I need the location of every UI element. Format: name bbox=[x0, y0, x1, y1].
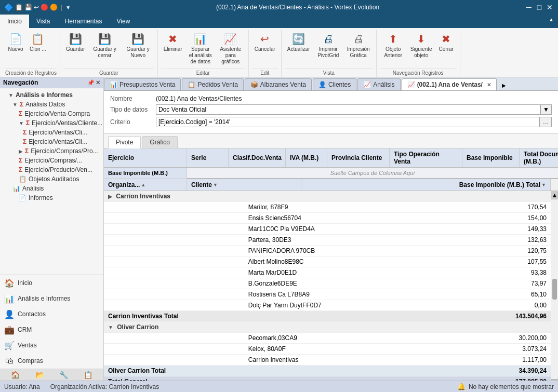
tab-albaranes-venta[interactable]: 📦 Albaranes Venta bbox=[245, 78, 312, 90]
siguiente-objeto-icon: ⬇ bbox=[414, 32, 429, 46]
tab-vista[interactable]: Vista bbox=[29, 15, 57, 28]
cliente-dolc: Dolç Par Yann DuytFF0D7 bbox=[244, 300, 437, 311]
col-header-tipo-op[interactable]: Tipo Operación Venta bbox=[390, 148, 462, 167]
quick-access-dropdown[interactable]: ▼ bbox=[65, 5, 71, 10]
nav-item-ejercicio-compras[interactable]: Σ Ejercicio/Compras/... bbox=[0, 156, 103, 165]
nav-item-objetos-auditados[interactable]: 📋 Objetos Auditados bbox=[0, 174, 103, 184]
value-kelox: 3.073,24 bbox=[437, 344, 551, 355]
col-value-header[interactable]: Base Imponible (M.B.) Total ▼ bbox=[301, 179, 551, 191]
siguiente-objeto-button[interactable]: ⬇ Siguiente objeto bbox=[408, 30, 435, 60]
cerrar-button[interactable]: ✖ Cerrar bbox=[436, 30, 457, 54]
quick-access-icon-2[interactable]: 💾 bbox=[24, 4, 32, 11]
value-carrion-inv: 1.117,00 bbox=[437, 355, 551, 366]
col-header-serie[interactable]: Serie bbox=[187, 148, 229, 167]
tab-presupuestos-venta[interactable]: 📊 Presupuestos Venta bbox=[104, 78, 181, 90]
tab-inicio[interactable]: Inicio bbox=[0, 15, 29, 28]
nuevo-button[interactable]: 📄 Nuevo bbox=[5, 30, 26, 54]
tab-overflow-arrow[interactable]: ▶ bbox=[500, 80, 508, 90]
scroll-thumb[interactable] bbox=[552, 279, 557, 300]
tab-ana-ventas-close[interactable]: ✕ bbox=[487, 82, 491, 88]
pivot-drop-area[interactable]: Suelte Campos de Columna Aquí bbox=[187, 168, 558, 179]
group-oliver-total-row: Oliver Carrion Total 34.390,24 bbox=[104, 366, 551, 376]
guardar-nuevo-button[interactable]: 💾 Guardar y Nuevo bbox=[122, 30, 154, 60]
nav-item-ejercicio-ventas-cli2[interactable]: Σ Ejercicio/Ventas/Cli... bbox=[0, 137, 103, 146]
pivot-table: ▶ Carrion Inventivas Marilor, 878F9 1 bbox=[104, 191, 551, 381]
nav-footer-btn-2[interactable]: 📂 bbox=[35, 371, 44, 379]
nav-item-ejercicio-venta[interactable]: Σ Ejercicio/Venta-Compra bbox=[0, 109, 103, 118]
cancelar-button[interactable]: ↩ Cancelar bbox=[252, 30, 278, 54]
nav-item-ejercicio-ventas-cli1[interactable]: Σ Ejercicio/Ventas/Cli... bbox=[0, 128, 103, 137]
pivot-scroll-area[interactable]: ▶ Carrion Inventivas Marilor, 878F9 1 bbox=[104, 191, 551, 381]
objeto-anterior-button[interactable]: ⬆ Objeto Anterior bbox=[380, 30, 407, 60]
table-row: PANIFICADORA 970CB 120,75 bbox=[104, 246, 551, 256]
nav-item-informes[interactable]: 📄 Informes bbox=[0, 193, 103, 202]
tab-analisis[interactable]: 📈 Análisis bbox=[357, 78, 400, 90]
separar-button[interactable]: 📊 Separar el análisis de datos bbox=[186, 30, 215, 66]
nav-item-ejercicio-compras-pro[interactable]: ▶ Σ Ejercicio/Compras/Pro... bbox=[0, 146, 103, 156]
quick-access-icon-5[interactable]: 🟠 bbox=[50, 4, 58, 11]
actualizar-button[interactable]: 🔄 Actualizar bbox=[285, 30, 313, 54]
close-button[interactable]: ✕ bbox=[546, 3, 554, 11]
eliminar-button[interactable]: ✖ Eliminar bbox=[161, 30, 185, 54]
col-header-iva[interactable]: IVA (M.B.) bbox=[286, 148, 327, 167]
imprimir-pivot-button[interactable]: 🖨 Imprimir PivotGrid bbox=[314, 30, 343, 60]
maximize-button[interactable]: □ bbox=[535, 3, 543, 11]
clon-button[interactable]: 📋 Clon ... bbox=[27, 30, 49, 54]
col-header-ejercicio[interactable]: Ejercicio bbox=[104, 148, 187, 167]
quick-access-icon-1[interactable]: 📋 bbox=[15, 4, 23, 11]
col-header-provincia[interactable]: Provincia Cliente bbox=[327, 148, 390, 167]
group-vista-buttons: 🔄 Actualizar 🖨 Imprimir PivotGrid 🖨 Impr… bbox=[285, 30, 373, 67]
tipo-datos-dropdown[interactable]: ▼ bbox=[540, 104, 552, 115]
nav-bottom-analisis[interactable]: 📊 Análisis e Informes bbox=[0, 291, 103, 306]
nav-bottom-inicio[interactable]: 🏠 Inicio bbox=[0, 275, 103, 291]
nav-bottom-crm[interactable]: 💼 CRM bbox=[0, 322, 103, 337]
nav-bottom-compras[interactable]: 🛍 Compras bbox=[0, 353, 103, 369]
guardar-cerrar-button[interactable]: 💾 Guardar y cerrar bbox=[89, 30, 121, 60]
col-header-total-doc[interactable]: Total Documento (M.B.) bbox=[520, 148, 558, 167]
criterio-field-wrapper: … bbox=[156, 117, 552, 127]
guardar-button[interactable]: 💾 Guardar bbox=[63, 30, 88, 54]
tab-ana-ventas[interactable]: 📈 (002.1) Ana de Ventas/ ✕ bbox=[402, 78, 497, 90]
criterio-input[interactable] bbox=[156, 117, 539, 127]
quick-access-icon-4[interactable]: 🔴 bbox=[41, 4, 48, 11]
group-oliver-header[interactable]: ▼ Oliver Carrion bbox=[104, 322, 551, 333]
quick-access-icon-3[interactable]: ↩ bbox=[34, 4, 39, 11]
nav-item-ejercicio-ventas-cliente[interactable]: ▼ Σ Ejercicio/Ventas/Cliente... bbox=[0, 118, 103, 128]
scroll-up-btn[interactable]: ▲ bbox=[551, 191, 558, 199]
criterio-more-button[interactable]: … bbox=[539, 117, 552, 127]
nav-bottom: 🏠 Inicio 📊 Análisis e Informes 👤 Contact… bbox=[0, 275, 103, 369]
nav-item-analisis[interactable]: 📊 Análisis bbox=[0, 184, 103, 193]
nav-bottom-contactos[interactable]: 👤 Contactos bbox=[0, 306, 103, 322]
nav-bottom-ventas[interactable]: 🛒 Ventas bbox=[0, 337, 103, 353]
group-vista-label: Vista bbox=[285, 69, 373, 76]
tab-herramientas[interactable]: Herramientas bbox=[57, 15, 109, 28]
nav-footer-btn-1[interactable]: 🏠 bbox=[11, 371, 20, 379]
nav-footer-btn-4[interactable]: 📋 bbox=[84, 371, 92, 379]
nav-close-button[interactable]: ✕ bbox=[96, 79, 100, 86]
nav-item-analisis-datos[interactable]: ▼ Σ Análisis Datos bbox=[0, 100, 103, 109]
vertical-scrollbar[interactable]: ▲ ▼ bbox=[551, 191, 558, 381]
ribbon-collapse[interactable]: ▲ bbox=[544, 15, 558, 28]
tab-view[interactable]: View bbox=[110, 15, 138, 28]
asistente-button[interactable]: 📈 Asistente para gráficos bbox=[216, 30, 245, 66]
nav-footer-btn-3[interactable]: 🔧 bbox=[59, 371, 68, 379]
col-org-header[interactable]: Organiza... ▲ bbox=[104, 179, 187, 191]
group-nav-registros-label: Navegación Registros bbox=[380, 69, 457, 76]
compras-icon: 🛍 bbox=[4, 356, 15, 366]
analysis-tab-grafico[interactable]: Gráfico bbox=[142, 136, 178, 148]
nav-item-ejercicio-producto[interactable]: Σ Ejercicio/Producto/Ven... bbox=[0, 165, 103, 174]
col-header-base-imp[interactable]: Base Imponible bbox=[462, 148, 520, 167]
expand-carrion-btn[interactable]: ▶ bbox=[108, 194, 112, 199]
group-carrion-header[interactable]: ▶ Carrion Inventivas bbox=[104, 191, 551, 202]
tab-clientes[interactable]: 👤 Clientes bbox=[313, 78, 356, 90]
minimize-button[interactable]: ─ bbox=[525, 3, 533, 11]
impresion-grafica-button[interactable]: 🖨 Impresión Gráfica bbox=[344, 30, 373, 60]
analysis-tab-pivote[interactable]: Pivote bbox=[108, 136, 141, 148]
tipo-datos-input[interactable] bbox=[156, 104, 540, 115]
nuevo-label: Nuevo bbox=[8, 46, 23, 52]
expand-oliver-btn[interactable]: ▼ bbox=[108, 325, 113, 330]
tab-pedidos-venta[interactable]: 📋 Pedidos Venta bbox=[182, 78, 243, 90]
col-cliente-header[interactable]: Cliente ▼ bbox=[187, 179, 301, 191]
nav-pin-button[interactable]: 📌 bbox=[87, 79, 95, 86]
col-header-clasif[interactable]: Clasif.Doc.Venta bbox=[229, 148, 286, 167]
